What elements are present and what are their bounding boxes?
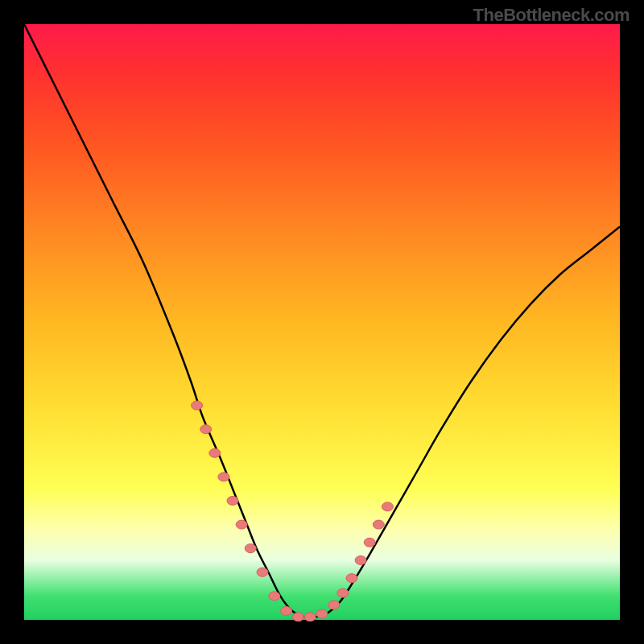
- plot-area: [24, 24, 620, 620]
- marker-point: [200, 425, 212, 434]
- marker-point: [328, 601, 340, 609]
- marker-point: [355, 556, 366, 565]
- marker-point: [364, 538, 375, 547]
- marker-point: [337, 588, 349, 597]
- chart-frame: TheBottleneck.com: [0, 0, 644, 644]
- marker-point: [292, 613, 303, 621]
- marker-point: [227, 497, 238, 506]
- marker-point: [304, 613, 316, 621]
- marker-point: [346, 574, 357, 583]
- marker-point: [192, 401, 203, 410]
- marker-point: [236, 520, 247, 529]
- marker-point: [209, 448, 221, 457]
- marker-point: [382, 502, 393, 511]
- watermark-text: TheBottleneck.com: [473, 5, 630, 26]
- highlight-markers: [192, 401, 394, 621]
- marker-point: [245, 544, 256, 553]
- marker-point: [269, 592, 280, 601]
- marker-point: [257, 568, 268, 576]
- marker-point: [316, 609, 328, 618]
- marker-point: [281, 606, 292, 615]
- marker-point: [218, 473, 229, 481]
- chart-svg: [24, 24, 620, 620]
- marker-point: [373, 520, 384, 529]
- bottleneck-curve: [24, 24, 620, 617]
